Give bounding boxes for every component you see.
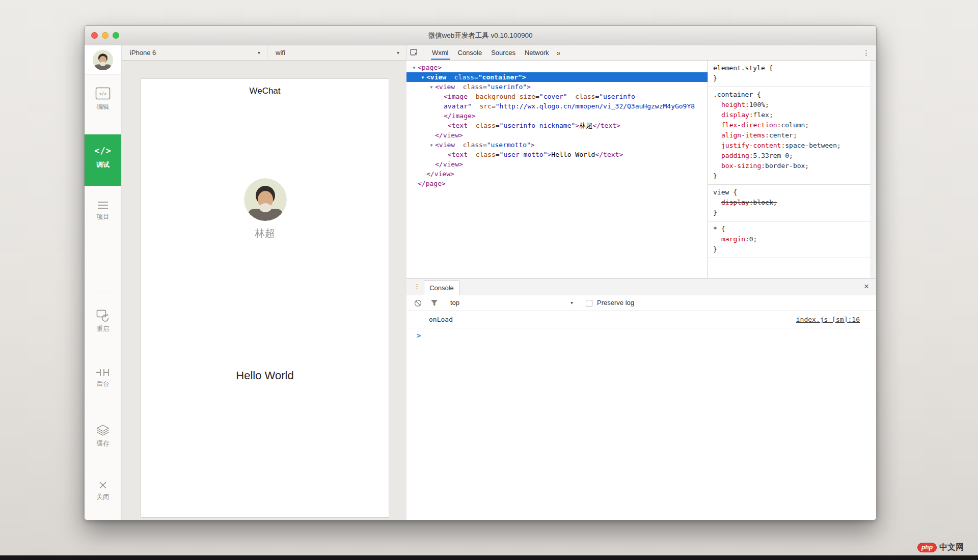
- style-property[interactable]: height:100%;: [713, 100, 871, 110]
- preview-user-avatar[interactable]: [244, 178, 287, 221]
- console-input[interactable]: >: [406, 328, 876, 344]
- tab-console[interactable]: Console: [453, 45, 487, 60]
- sidebar-item-cache[interactable]: 缓存: [85, 425, 121, 448]
- property-name: display: [721, 111, 749, 119]
- code-token: =: [535, 93, 539, 100]
- expand-arrow-icon[interactable]: ▼: [419, 73, 426, 82]
- wxml-tree-row[interactable]: ▼<view class="usermotto">: [406, 140, 708, 150]
- funnel-icon: [430, 299, 438, 306]
- sidebar-item-background[interactable]: 后台: [85, 368, 121, 388]
- style-property[interactable]: align-items:center;: [713, 130, 871, 141]
- style-property[interactable]: margin:0;: [713, 234, 871, 244]
- sidebar-item-label: 项目: [97, 213, 110, 220]
- code-token: </text>: [592, 122, 620, 129]
- close-x-icon: [98, 481, 107, 490]
- code-token: "usermotto": [487, 141, 531, 149]
- preserve-log-checkbox[interactable]: [586, 300, 592, 306]
- network-select-value: wifi: [276, 49, 285, 57]
- code-token: "userinfo": [487, 83, 527, 91]
- tab-wxml[interactable]: Wxml: [427, 45, 453, 60]
- code-token: </page>: [418, 180, 446, 187]
- expand-arrow-icon[interactable]: ▼: [428, 82, 435, 92]
- style-rule-selector: * {: [713, 224, 871, 234]
- tab-network[interactable]: Network: [520, 45, 554, 60]
- style-rule[interactable]: element.style {}: [708, 61, 876, 87]
- style-property[interactable]: box-sizing:border-box;: [713, 161, 871, 171]
- network-select[interactable]: wifi ▾: [267, 45, 406, 60]
- style-rule[interactable]: .container {height:100%;display:flex;fle…: [708, 87, 876, 185]
- restart-icon: [96, 310, 110, 322]
- filter-button[interactable]: [430, 299, 438, 306]
- console-close-icon[interactable]: ×: [864, 282, 869, 292]
- watermark-text: 中文网: [939, 542, 964, 553]
- device-select[interactable]: iPhone 6 ▾: [122, 45, 267, 60]
- style-property[interactable]: padding:5.33rem 0;: [713, 151, 871, 161]
- code-token: <view: [426, 73, 446, 81]
- toolbar: iPhone 6 ▾ wifi ▾ Wxml Console Sources N…: [122, 45, 876, 61]
- tabbar-divider: [423, 48, 423, 58]
- code-token: "container": [478, 73, 522, 81]
- wxml-tree-row[interactable]: <text class="user-motto">Hello World</te…: [406, 150, 708, 159]
- wxml-tree-row[interactable]: ▼<page>: [406, 63, 708, 72]
- clear-console-button[interactable]: [414, 299, 422, 307]
- style-rule-selector: view {: [713, 187, 871, 198]
- console-menu-icon[interactable]: ⋮: [414, 283, 420, 290]
- sidebar-item-close[interactable]: 关闭: [85, 481, 121, 501]
- no-entry-icon: [414, 299, 422, 307]
- devtools-menu-button[interactable]: ⋮: [856, 45, 876, 60]
- code-token: <image: [444, 93, 468, 100]
- wxml-tree-row[interactable]: avatar" src="http://wx.qlogo.cn/mmopen/v…: [406, 101, 708, 111]
- code-token: =: [474, 73, 478, 81]
- user-avatar[interactable]: [85, 45, 121, 75]
- style-property[interactable]: flex-direction:column;: [713, 120, 871, 130]
- tab-sources[interactable]: Sources: [486, 45, 520, 60]
- code-token: <view: [435, 141, 455, 149]
- console-log-row: onLoad index.js [sm]:16: [406, 311, 876, 328]
- inspect-element-button[interactable]: [410, 49, 419, 57]
- expand-arrow-icon[interactable]: ▼: [411, 63, 418, 73]
- style-property[interactable]: display:block;: [713, 198, 871, 208]
- execution-context-select[interactable]: top: [450, 295, 459, 311]
- more-tabs-icon[interactable]: »: [554, 49, 564, 57]
- style-rule-selector: .container {: [713, 90, 871, 100]
- bottom-black-bar: [0, 555, 978, 560]
- code-token: 林超: [579, 122, 592, 129]
- preview-motto: Hello World: [141, 369, 389, 382]
- wxml-tree-row-selected[interactable]: ▼<view class="container">: [406, 72, 708, 82]
- code-token: [472, 102, 480, 110]
- log-source-link[interactable]: index.js [sm]:16: [796, 311, 860, 328]
- wxml-tree-row[interactable]: </page>: [406, 179, 708, 188]
- code-token: [567, 93, 576, 100]
- avatar-image: [93, 50, 113, 70]
- property-value: :5.33rem 0;: [749, 152, 793, 159]
- sidebar-item-edit[interactable]: </> 编辑: [85, 87, 121, 111]
- wxml-tree-row[interactable]: </image>: [406, 111, 708, 121]
- style-rule-close-brace: }: [713, 244, 871, 255]
- code-token: background-size: [476, 93, 535, 100]
- wxml-tree-row[interactable]: <image background-size="cover" class="us…: [406, 92, 708, 101]
- code-token: </view>: [435, 131, 463, 139]
- style-rule[interactable]: * {margin:0;}: [708, 221, 876, 258]
- expand-arrow-icon[interactable]: ▼: [428, 141, 435, 150]
- style-rule[interactable]: view {display:block;}: [708, 185, 876, 221]
- code-token: class: [476, 122, 496, 129]
- style-rule-close-brace: }: [713, 208, 871, 218]
- style-property[interactable]: display:flex;: [713, 110, 871, 120]
- app-window: 微信web开发者工具 v0.10.100900: [84, 25, 877, 520]
- sidebar-item-project[interactable]: 项目: [85, 201, 121, 221]
- wxml-tree-row[interactable]: </view>: [406, 169, 708, 179]
- code-token: "userinfo-: [599, 93, 639, 100]
- code-token: >: [527, 83, 531, 91]
- sidebar-item-restart[interactable]: 重启: [85, 310, 121, 333]
- wxml-tree-row[interactable]: </view>: [406, 130, 708, 140]
- chevron-down-icon[interactable]: ▾: [570, 295, 573, 311]
- wxml-tree-row[interactable]: ▼<view class="userinfo">: [406, 82, 708, 92]
- code-token: >: [575, 122, 579, 129]
- wxml-tree-row[interactable]: </view>: [406, 159, 708, 169]
- code-token: class: [463, 83, 483, 91]
- console-drawer-tab[interactable]: Console: [424, 281, 459, 295]
- sidebar-item-label: 关闭: [97, 493, 110, 500]
- sidebar-item-debug[interactable]: </> 调试: [85, 134, 121, 186]
- wxml-tree-row[interactable]: <text class="userinfo-nickname">林超</text…: [406, 121, 708, 130]
- style-property[interactable]: justify-content:space-between;: [713, 141, 871, 151]
